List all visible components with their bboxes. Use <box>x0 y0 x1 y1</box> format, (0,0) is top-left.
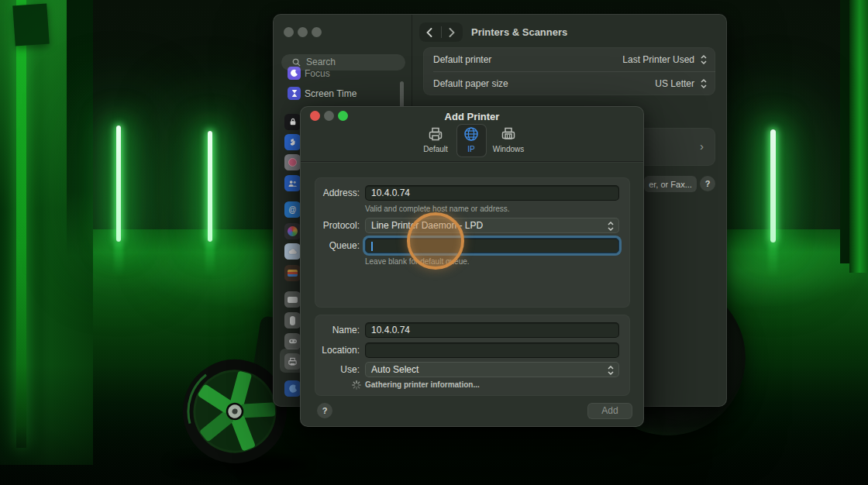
search-input[interactable]: Search <box>281 54 405 71</box>
tab-default-label: Default <box>415 145 456 153</box>
game-center-icon[interactable] <box>284 223 301 239</box>
zoom-button[interactable] <box>312 27 322 37</box>
use-value: Auto Select <box>371 364 418 375</box>
forward-icon[interactable] <box>449 28 455 37</box>
hourglass-icon <box>288 87 301 100</box>
page-title: Printers & Scanners <box>471 26 567 38</box>
default-paper-size-value[interactable]: US Letter <box>655 78 694 89</box>
protocol-label: Protocol: <box>304 220 360 231</box>
click-highlight <box>407 212 464 270</box>
use-label: Use: <box>304 364 360 375</box>
printer-icon <box>427 126 444 143</box>
tab-default[interactable]: Default <box>415 126 456 157</box>
tab-windows-label: Windows <box>488 145 529 153</box>
internet-accounts-icon[interactable]: @ <box>284 201 301 218</box>
stepper-icon[interactable] <box>700 54 708 65</box>
row-divider <box>433 71 715 72</box>
tab-ip-label: IP <box>451 145 491 153</box>
dialog-title: Add Printer <box>301 111 643 122</box>
toolbar-separator <box>301 161 643 162</box>
search-icon <box>292 58 301 67</box>
printer-defaults-group: Default printer Last Printer Used Defaul… <box>423 47 715 95</box>
stepper-icon[interactable] <box>700 78 708 89</box>
stepper-icon <box>607 365 615 376</box>
default-paper-size-label: Default paper size <box>433 78 508 89</box>
spinner-icon <box>352 380 361 390</box>
add-printer-scanner-fax-button[interactable]: er, or Fax... <box>644 176 697 192</box>
settings-help-button[interactable]: ? <box>700 176 715 191</box>
queue-label: Queue: <box>304 240 360 251</box>
accessibility-hand-icon[interactable] <box>284 134 301 150</box>
search-placeholder: Search <box>306 57 336 67</box>
users-groups-icon[interactable] <box>284 175 301 191</box>
printers-scanners-icon[interactable] <box>284 353 301 370</box>
address-field[interactable]: 10.4.0.74 <box>365 185 619 201</box>
queue-field[interactable] <box>365 238 619 253</box>
back-icon[interactable] <box>426 28 432 37</box>
default-printer-value[interactable]: Last Printer Used <box>622 54 694 65</box>
add-button[interactable]: Add <box>587 403 632 419</box>
nav-divider <box>441 26 442 38</box>
location-field[interactable] <box>365 342 619 358</box>
lock-screen-icon[interactable] <box>284 114 301 130</box>
chevron-right-icon: › <box>700 139 704 153</box>
family-icon[interactable] <box>284 380 301 397</box>
minimize-button[interactable] <box>298 27 308 37</box>
game-controller-icon[interactable] <box>284 333 301 349</box>
add-printer-scanner-fax-label: er, or Fax... <box>649 180 692 189</box>
screenshot-scene: Focus Search Screen Time @ <box>0 0 868 485</box>
icloud-icon[interactable] <box>284 243 301 260</box>
location-label: Location: <box>304 345 360 356</box>
text-caret <box>371 242 373 251</box>
default-printer-label: Default printer <box>433 54 491 65</box>
tab-ip[interactable]: IP <box>451 126 491 157</box>
name-label: Name: <box>304 325 360 335</box>
add-printer-dialog: Add Printer Default IP <box>300 106 644 427</box>
touch-id-icon[interactable] <box>284 154 301 170</box>
wallet-icon[interactable] <box>284 265 301 281</box>
globe-icon <box>463 126 480 143</box>
protocol-dropdown[interactable]: Line Printer Daemon - LPD <box>365 218 619 233</box>
close-button[interactable] <box>284 27 294 37</box>
tab-windows[interactable]: Windows <box>488 126 529 157</box>
dialog-help-button[interactable]: ? <box>317 403 332 418</box>
keyboard-icon[interactable] <box>284 291 301 308</box>
stepper-icon <box>607 221 615 232</box>
use-dropdown[interactable]: Auto Select <box>365 362 619 377</box>
status-text: Gathering printer information... <box>365 380 480 389</box>
printer-icon <box>500 126 517 143</box>
mouse-icon[interactable] <box>284 312 301 328</box>
address-label: Address: <box>304 187 360 198</box>
sidebar-item-screen-time[interactable]: Screen Time <box>305 88 356 99</box>
nav-back-forward <box>419 22 463 42</box>
name-field[interactable]: 10.4.0.74 <box>365 322 619 338</box>
